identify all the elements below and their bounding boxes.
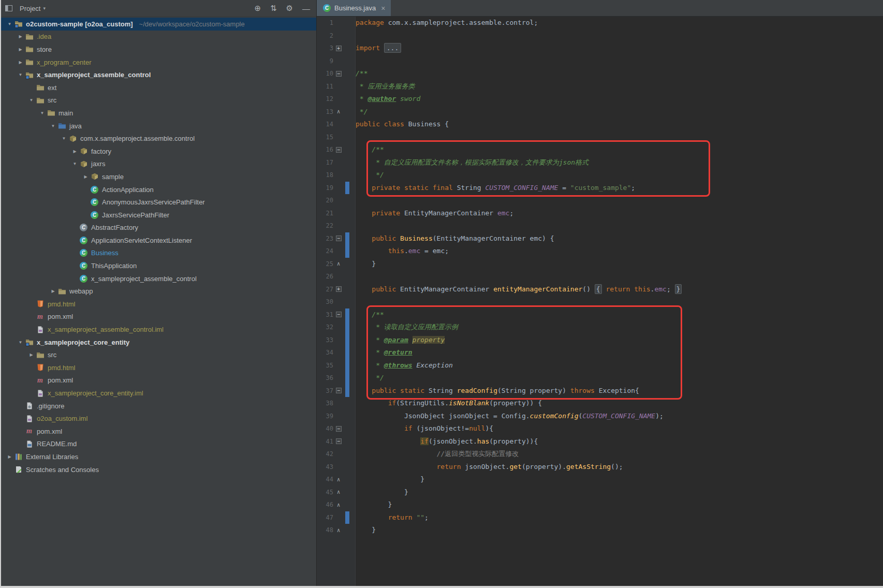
fold-end-icon[interactable]: ∧ bbox=[337, 489, 341, 495]
tree-item-abstractfactory[interactable]: CAbstractFactory bbox=[1, 222, 316, 234]
code-line[interactable]: public EntityManagerContainer entityMana… bbox=[356, 283, 883, 296]
code-line[interactable]: /** bbox=[356, 67, 883, 80]
code-line[interactable]: this.emc = emc; bbox=[356, 245, 883, 258]
chevron-down-icon[interactable]: ▼ bbox=[70, 161, 79, 166]
tree-item-pmd-html[interactable]: pmd.html bbox=[1, 298, 316, 311]
code-line[interactable]: } bbox=[356, 486, 883, 499]
locate-file-icon[interactable]: ⊕ bbox=[254, 4, 261, 13]
code-line[interactable]: //返回类型视实际配置修改 bbox=[356, 448, 883, 461]
code-line[interactable]: if (jsonObject!=null){ bbox=[356, 422, 883, 435]
fold-collapse-icon[interactable]: − bbox=[336, 388, 342, 393]
code-line[interactable]: import ... bbox=[356, 42, 883, 55]
tree-item-scratches-and-consoles[interactable]: Scratches and Consoles bbox=[1, 463, 316, 476]
close-icon[interactable]: × bbox=[381, 4, 385, 12]
chevron-right-icon[interactable]: ▶ bbox=[5, 454, 14, 459]
fold-expand-icon[interactable]: + bbox=[336, 286, 342, 292]
code-line[interactable] bbox=[356, 55, 883, 68]
code-line[interactable]: private EntityManagerContainer emc; bbox=[356, 207, 883, 220]
code-line[interactable] bbox=[356, 194, 883, 207]
tree-item-x-sampleproject-core-entity-iml[interactable]: x_sampleproject_core_entity.iml bbox=[1, 387, 316, 400]
code-line[interactable]: public Business(EntityManagerContainer e… bbox=[356, 232, 883, 245]
code-line[interactable]: package com.x.sampleproject.assemble.con… bbox=[356, 17, 883, 30]
tree-item-o2custom-sample-o2oa-custom[interactable]: ▼o2custom-sample [o2oa_custom]~/dev/work… bbox=[1, 18, 316, 31]
tree-item-main[interactable]: ▼main bbox=[1, 107, 316, 120]
tree-item-x-sampleproject-assemble-control[interactable]: Cx_sampleproject_assemble_control bbox=[1, 272, 316, 285]
tree-item-x-sampleproject-assemble-control-iml[interactable]: x_sampleproject_assemble_control.iml bbox=[1, 323, 316, 336]
code-line[interactable]: private static final String CUSTOM_CONFI… bbox=[356, 182, 883, 195]
tree-item-src[interactable]: ▼src bbox=[1, 94, 316, 107]
tree-item-o2oa-custom-iml[interactable]: o2oa_custom.iml bbox=[1, 412, 316, 425]
code-line[interactable] bbox=[356, 131, 883, 144]
tree-item-idea[interactable]: ▶.idea bbox=[1, 31, 316, 43]
tree-item-src[interactable]: ▶src bbox=[1, 348, 316, 361]
code-line[interactable]: return jsonObject.get(property).getAsStr… bbox=[356, 461, 883, 474]
tree-item-pom-xml[interactable]: mpom.xml bbox=[1, 425, 316, 438]
tree-item-applicationservletcontextlistener[interactable]: CApplicationServletContextListener bbox=[1, 234, 316, 247]
chevron-down-icon[interactable]: ▼ bbox=[5, 22, 14, 26]
collapse-all-icon[interactable]: ⇅ bbox=[270, 4, 277, 13]
tree-item-jaxrs[interactable]: ▼jaxrs bbox=[1, 158, 316, 171]
tree-item-x-sampleproject-core-entity[interactable]: ▼x_sampleproject_core_entity bbox=[1, 336, 316, 349]
tree-item-x-sampleproject-assemble-control[interactable]: ▼x_sampleproject_assemble_control bbox=[1, 68, 316, 81]
hide-panel-icon[interactable]: — bbox=[302, 4, 310, 13]
fold-collapse-icon[interactable]: − bbox=[336, 312, 342, 317]
chevron-right-icon[interactable]: ▶ bbox=[16, 47, 25, 52]
chevron-down-icon[interactable]: ▼ bbox=[38, 111, 47, 115]
code-line[interactable]: return ""; bbox=[356, 511, 883, 524]
tree-item-gitignore[interactable]: .gitignore bbox=[1, 400, 316, 413]
chevron-right-icon[interactable]: ▶ bbox=[49, 289, 57, 293]
tree-item-sample[interactable]: ▶sample bbox=[1, 170, 316, 183]
settings-icon[interactable]: ⚙ bbox=[286, 4, 293, 13]
code-line[interactable]: } bbox=[356, 473, 883, 486]
fold-expand-icon[interactable]: + bbox=[336, 46, 342, 51]
code-line[interactable] bbox=[356, 296, 883, 308]
fold-collapse-icon[interactable]: − bbox=[336, 438, 342, 444]
tree-item-actionapplication[interactable]: CActionApplication bbox=[1, 183, 316, 196]
fold-end-icon[interactable]: ∧ bbox=[337, 502, 341, 508]
chevron-right-icon[interactable]: ▶ bbox=[70, 149, 79, 154]
code-line[interactable]: if(StringUtils.isNotBlank(property)) { bbox=[356, 397, 883, 410]
chevron-right-icon[interactable]: ▶ bbox=[16, 60, 25, 65]
code-line[interactable]: * @param property bbox=[356, 334, 883, 347]
fold-end-icon[interactable]: ∧ bbox=[337, 527, 341, 533]
tree-item-jaxrsservicepathfilter[interactable]: CJaxrsServicePathFilter bbox=[1, 209, 316, 222]
tree-item-factory[interactable]: ▶factory bbox=[1, 145, 316, 158]
code-lines[interactable]: package com.x.sampleproject.assemble.con… bbox=[356, 17, 883, 586]
code-line[interactable] bbox=[356, 219, 883, 232]
code-line[interactable]: */ bbox=[356, 106, 883, 119]
tree-item-business[interactable]: CBusiness bbox=[1, 247, 316, 260]
fold-collapse-icon[interactable]: − bbox=[336, 236, 342, 241]
project-panel-title[interactable]: Project bbox=[20, 5, 40, 12]
code-line[interactable]: */ bbox=[356, 169, 883, 182]
code-line[interactable]: * @return bbox=[356, 346, 883, 359]
code-line[interactable]: } bbox=[356, 524, 883, 537]
code-line[interactable]: * @throws Exception bbox=[356, 359, 883, 372]
chevron-down-icon[interactable]: ▼ bbox=[49, 124, 57, 128]
tab-business-java[interactable]: C Business.java × bbox=[317, 0, 391, 16]
chevron-right-icon[interactable]: ▶ bbox=[27, 352, 36, 357]
tree-item-ext[interactable]: ext bbox=[1, 81, 316, 94]
code-line[interactable] bbox=[356, 30, 883, 42]
tree-item-anonymousjaxrsservicepathfilter[interactable]: CAnonymousJaxrsServicePathFilter bbox=[1, 196, 316, 209]
code-line[interactable]: /** bbox=[356, 308, 883, 321]
code-line[interactable] bbox=[356, 270, 883, 283]
tree-item-java[interactable]: ▼java bbox=[1, 120, 316, 133]
code-line[interactable]: JsonObject jsonObject = Config.customCon… bbox=[356, 410, 883, 423]
fold-collapse-icon[interactable]: − bbox=[336, 426, 342, 432]
code-line[interactable]: * 应用业务服务类 bbox=[356, 80, 883, 93]
fold-collapse-icon[interactable]: − bbox=[336, 71, 342, 77]
chevron-down-icon[interactable]: ▼ bbox=[60, 136, 68, 141]
code-line[interactable]: /** bbox=[356, 143, 883, 156]
tree-item-com-x-sampleproject-assemble-control[interactable]: ▼com.x.sampleproject.assemble.control bbox=[1, 132, 316, 145]
chevron-down-icon[interactable]: ▼ bbox=[16, 340, 25, 345]
code-line[interactable]: * @author sword bbox=[356, 93, 883, 106]
fold-end-icon[interactable]: ∧ bbox=[337, 109, 341, 114]
chevron-down-icon[interactable]: ▼ bbox=[27, 98, 36, 102]
code-line[interactable]: */ bbox=[356, 372, 883, 385]
tree-item-pom-xml[interactable]: mpom.xml bbox=[1, 374, 316, 387]
tree-item-thisapplication[interactable]: CThisApplication bbox=[1, 259, 316, 272]
tree-item-store[interactable]: ▶store bbox=[1, 43, 316, 56]
code-line[interactable]: public class Business { bbox=[356, 118, 883, 131]
code-line[interactable]: if(jsonObject.has(property)){ bbox=[356, 435, 883, 448]
tree-item-readme-md[interactable]: README.md bbox=[1, 438, 316, 451]
